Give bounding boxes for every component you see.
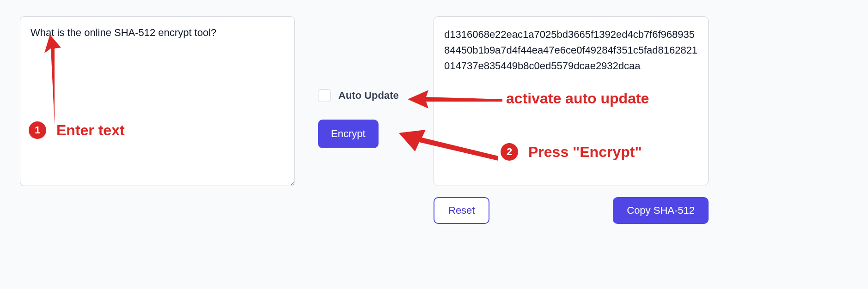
annotation-arrow-auto-update [408,88,502,111]
right-column: Reset Copy SHA-512 [434,16,709,224]
auto-update-row: Auto Update [318,89,399,102]
reset-button[interactable]: Reset [434,197,489,224]
encrypt-button-label: Encrypt [331,128,366,140]
reset-button-label: Reset [448,205,475,216]
copy-button-label: Copy SHA-512 [627,205,695,216]
annotation-arrow-1 [41,35,68,125]
bottom-buttons: Reset Copy SHA-512 [434,197,709,224]
annotation-arrow-2 [399,126,498,163]
encrypt-button[interactable]: Encrypt [318,120,379,148]
auto-update-label: Auto Update [338,90,399,102]
main-container: Auto Update Encrypt Reset Copy SHA-512 [0,0,868,240]
middle-column: Auto Update Encrypt [318,16,410,148]
auto-update-checkbox[interactable] [318,89,331,102]
copy-button[interactable]: Copy SHA-512 [613,197,709,224]
